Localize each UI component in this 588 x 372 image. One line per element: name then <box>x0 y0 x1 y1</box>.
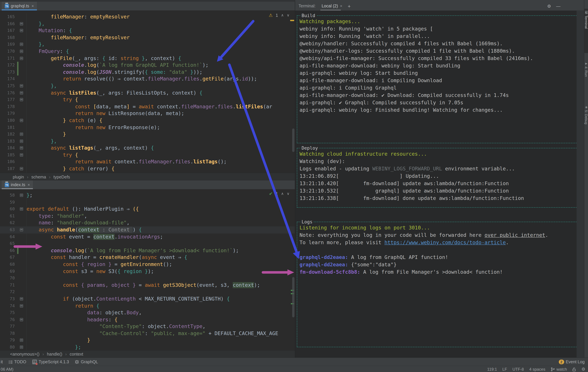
fold-icon[interactable] <box>20 339 23 342</box>
fold-icon[interactable] <box>20 193 23 197</box>
fold-icon[interactable] <box>20 132 23 136</box>
caret-position[interactable]: 119:1 <box>487 367 497 372</box>
code-line[interactable]: 71 const { params, object } = await getS… <box>0 282 295 289</box>
inspection-widget[interactable]: ⚠ 1 ∧ ∨ <box>269 13 289 18</box>
line-number[interactable]: 63 <box>0 226 17 233</box>
stripe-run-button[interactable]: ▶ 4: Run <box>584 62 588 96</box>
line-number[interactable]: 165 <box>0 13 17 20</box>
line-number[interactable]: 77 <box>0 323 17 330</box>
breadcrumb-item[interactable]: <anonymous>() <box>10 352 40 357</box>
minimize-icon[interactable]: — <box>556 3 560 9</box>
fold-icon[interactable] <box>20 345 23 349</box>
code-line[interactable]: 58}; <box>0 192 295 199</box>
line-number[interactable]: 70 <box>0 275 17 282</box>
code-line[interactable]: 62 name: "handler-download-file", <box>0 220 295 226</box>
line-number[interactable]: 170 <box>0 48 17 55</box>
code-line[interactable]: 60export default (): HandlerPlugin ⇒ ({ <box>0 206 295 212</box>
line-number[interactable]: 183 <box>0 138 17 145</box>
line-number[interactable]: 68 <box>0 261 17 268</box>
code-line[interactable]: 72 <box>0 289 295 295</box>
fold-icon[interactable] <box>20 119 23 122</box>
todo-widget[interactable]: TODO <box>9 360 26 364</box>
tab-index-ts[interactable]: TS index.ts × <box>2 181 33 189</box>
code-line[interactable]: 75 data: object.Body, <box>0 309 295 316</box>
line-number[interactable]: 187 <box>0 165 17 172</box>
code-line[interactable]: 80 }; <box>0 344 295 350</box>
line-number[interactable]: 179 <box>0 110 17 117</box>
breadcrumb-item[interactable]: schema <box>32 175 46 179</box>
code-line[interactable]: 63 async handle(context : Context ) { <box>0 226 295 233</box>
breadcrumb-item[interactable]: handle() <box>47 352 62 357</box>
line-number[interactable]: 177 <box>0 96 17 103</box>
code-line[interactable]: 165 fileManager: emptyResolver <box>0 13 295 20</box>
code-line[interactable]: 169 }, <box>0 41 295 48</box>
fold-icon[interactable] <box>20 318 23 321</box>
fold-icon[interactable] <box>20 50 23 53</box>
fold-icon[interactable] <box>20 98 23 101</box>
line-number[interactable]: 64 <box>0 233 17 240</box>
code-line[interactable]: 177 try { <box>0 96 295 103</box>
scrollbar-thumb[interactable] <box>292 129 294 152</box>
code-line[interactable]: 168 fileManager: emptyResolver <box>0 34 295 41</box>
breadcrumb-item[interactable]: context <box>70 352 83 357</box>
code-line[interactable]: 183 }, <box>0 138 295 145</box>
fold-icon[interactable] <box>20 57 23 60</box>
close-icon[interactable]: × <box>28 182 30 187</box>
line-number[interactable]: 168 <box>0 34 17 41</box>
code-line[interactable]: 76 headers: { <box>0 316 295 323</box>
fold-icon[interactable] <box>20 304 23 307</box>
line-separator[interactable]: LF <box>502 367 507 372</box>
code-line[interactable]: 178 const [data, meta] = await context.f… <box>0 103 295 110</box>
code-line[interactable]: 187 } catch (error) { <box>0 165 295 172</box>
terminal-tab-local[interactable]: Local (2) × <box>321 2 343 10</box>
code-line[interactable]: 70 <box>0 275 295 282</box>
settings-status-icon[interactable]: ⚙ <box>581 367 585 372</box>
line-number[interactable]: 185 <box>0 152 17 159</box>
line-number[interactable]: 76 <box>0 316 17 323</box>
code-line[interactable]: 79 } <box>0 337 295 344</box>
line-number[interactable]: 173 <box>0 69 17 76</box>
line-number[interactable]: 74 <box>0 302 17 309</box>
line-number[interactable]: 171 <box>0 55 17 62</box>
file-encoding[interactable]: UTF-8 <box>513 367 524 372</box>
code-line[interactable]: 172 console.log(`A log from GraphQL API … <box>0 62 295 69</box>
fold-icon[interactable] <box>20 146 23 150</box>
line-number[interactable]: 78 <box>0 330 17 337</box>
scrollbar-thumb[interactable] <box>292 277 294 317</box>
code-line[interactable]: 186 return await context.fileManager.fil… <box>0 159 295 165</box>
line-number[interactable]: 66 <box>0 247 17 254</box>
prev-issue-icon[interactable]: ∧ <box>281 13 284 18</box>
line-number[interactable]: 186 <box>0 159 17 165</box>
line-number[interactable]: 184 <box>0 145 17 152</box>
editor-graphql[interactable]: 165 fileManager: emptyResolver166 },167 … <box>0 10 295 173</box>
code-line[interactable]: 73 if (object.ContentLength < MAX_RETURN… <box>0 295 295 302</box>
fold-icon[interactable] <box>20 153 23 157</box>
code-line[interactable]: 174 return resolve(() ⇒ context.fileMana… <box>0 76 295 82</box>
gear-icon[interactable]: ⚙ <box>547 3 551 9</box>
code-line[interactable]: 68 const { region } = getEnvironment(); <box>0 261 295 268</box>
unlock-icon[interactable] <box>572 367 576 371</box>
line-number[interactable]: 166 <box>0 20 17 27</box>
line-number[interactable]: 178 <box>0 103 17 110</box>
code-line[interactable]: 170 FmQuery: { <box>0 48 295 55</box>
line-number[interactable]: 59 <box>0 199 17 206</box>
fold-icon[interactable] <box>20 207 23 211</box>
line-number[interactable]: 62 <box>0 220 17 226</box>
new-terminal-button[interactable]: + <box>348 3 351 9</box>
fold-icon[interactable] <box>20 228 23 231</box>
code-line[interactable]: 67 const handler = createHandler(async e… <box>0 254 295 261</box>
line-number[interactable]: 167 <box>0 27 17 34</box>
indent-style[interactable]: 4 spaces <box>529 367 545 372</box>
code-line[interactable]: 176 async listFiles(_, args: FilesListOp… <box>0 89 295 96</box>
fold-icon[interactable] <box>20 297 23 301</box>
fold-icon[interactable] <box>20 22 23 25</box>
code-line[interactable]: 77 "Content-Type": object.ContentType, <box>0 323 295 330</box>
line-number[interactable]: 80 <box>0 344 17 350</box>
line-number[interactable]: 65 <box>0 240 17 247</box>
code-line[interactable]: 65 <box>0 240 295 247</box>
line-number[interactable]: 176 <box>0 89 17 96</box>
close-icon[interactable]: × <box>340 4 342 8</box>
line-number[interactable]: 61 <box>0 213 17 220</box>
fold-icon[interactable] <box>20 91 23 94</box>
code-line[interactable]: 173 console.log(JSON.stringify({ some: "… <box>0 69 295 76</box>
